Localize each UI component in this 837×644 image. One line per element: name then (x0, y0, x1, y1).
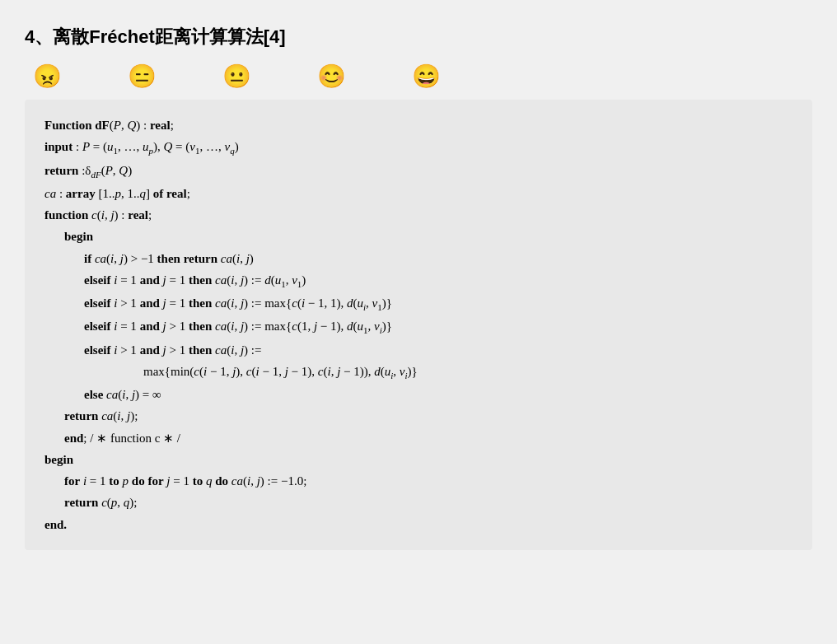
emoji-rating-row: 😠 😑 😐 😊 😄 (25, 63, 812, 90)
algo-line: begin (44, 449, 793, 470)
emoji-very-happy[interactable]: 😄 (412, 63, 441, 90)
algo-line: end. (44, 514, 793, 535)
algo-line: function c(i, j) : real; (44, 204, 793, 226)
algo-line: begin (64, 226, 793, 247)
emoji-neutral-2[interactable]: 😐 (222, 63, 251, 90)
algo-line: elseif i = 1 and j = 1 then ca(i, j) := … (84, 269, 793, 292)
algo-line: elseif i > 1 and j > 1 then ca(i, j) := (84, 339, 793, 361)
algo-line: Function dF(P, Q) : real; (44, 114, 793, 136)
page-title: 4、离散Fréchet距离计算算法[4] (25, 25, 812, 49)
emoji-happy[interactable]: 😊 (317, 63, 346, 90)
algo-line: elseif i > 1 and j = 1 then ca(i, j) := … (84, 292, 793, 315)
algo-line: end; / ∗ function c ∗ / (64, 427, 793, 449)
algo-line: ca : array [1..p, 1..q] of real; (44, 183, 793, 204)
algorithm-box: Function dF(P, Q) : real;input : P = (u1… (25, 100, 812, 550)
algo-line: max{min(c(i − 1, j), c(i − 1, j − 1), c(… (143, 361, 793, 384)
algo-line: elseif i = 1 and j > 1 then ca(i, j) := … (84, 315, 793, 338)
algo-line: return c(p, q); (64, 492, 793, 513)
page-container: 4、离散Fréchet距离计算算法[4] 😠 😑 😐 😊 😄 Function … (16, 16, 821, 558)
algo-line: input : P = (u1, …, up), Q = (v1, …, vq) (44, 136, 793, 159)
algo-line: return :δdF(P, Q) (44, 160, 793, 183)
algo-line: if ca(i, j) > −1 then return ca(i, j) (84, 248, 793, 269)
emoji-angry[interactable]: 😠 (33, 63, 62, 90)
algo-line: else ca(i, j) = ∞ (84, 384, 793, 405)
algo-line: for i = 1 to p do for j = 1 to q do ca(i… (64, 470, 793, 492)
algo-line: return ca(i, j); (64, 405, 793, 427)
emoji-neutral-1[interactable]: 😑 (128, 63, 157, 90)
